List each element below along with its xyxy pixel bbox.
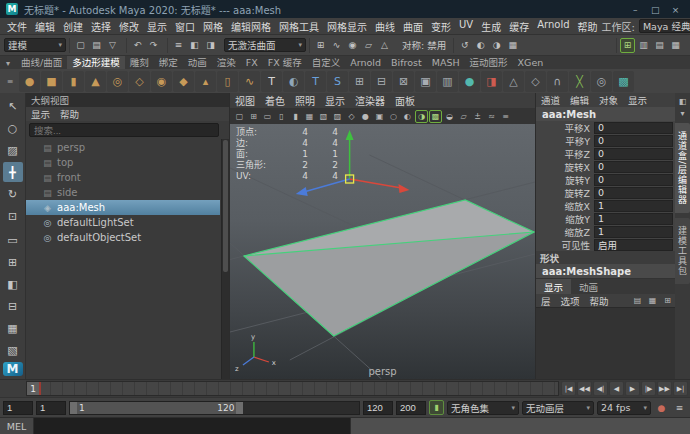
channel-value-field[interactable]: 0 (594, 135, 673, 147)
step-forward-frame-button[interactable]: ▶▶ (657, 381, 672, 396)
outliner-item-top[interactable]: ▤top (26, 155, 220, 170)
mirror-icon[interactable]: ◨ (481, 71, 502, 92)
shaded-mode-icon[interactable]: ● (359, 110, 372, 123)
channel-value-field[interactable]: 0 (594, 122, 673, 134)
resolution-gate-icon[interactable]: ▯ (275, 110, 288, 123)
wireframe-mode-icon[interactable]: ◇ (345, 110, 358, 123)
render-frame-icon[interactable]: ◐ (473, 38, 488, 53)
channelbox-menu-对象[interactable]: 对象 (594, 93, 623, 107)
plane-mesh[interactable] (244, 200, 534, 336)
shelf-tab-FX[interactable]: FX (241, 56, 263, 69)
lights-toggle-icon[interactable]: ○ (387, 110, 400, 123)
make-live-icon[interactable]: △ (377, 38, 392, 53)
shelf-tab-曲线/曲面[interactable]: 曲线/曲面 (16, 56, 67, 69)
scrollbar-thumb[interactable] (223, 140, 228, 272)
play-backwards-button[interactable]: ◀ (609, 381, 624, 396)
attribute-editor-toggle[interactable]: ▥ (636, 38, 651, 53)
layer-tab-动画[interactable]: 动画 (571, 279, 606, 294)
playback-end-field[interactable] (363, 401, 393, 415)
sphere-projection-icon[interactable]: ◐ (283, 71, 304, 92)
new-layer-from-selected-icon[interactable]: ⊞ (661, 294, 674, 307)
shelf-tab-MASH[interactable]: MASH (427, 56, 465, 69)
layer-menu-层[interactable]: 层 (536, 294, 556, 308)
menu-UV[interactable]: UV (455, 19, 477, 34)
mel-language-button[interactable]: MEL (0, 418, 34, 434)
select-hierarchy-icon[interactable]: ≡ (171, 38, 186, 53)
menu-set-combo[interactable]: 建模 ▾ (4, 38, 66, 52)
menu-编辑网格[interactable]: 编辑网格 (227, 19, 275, 34)
poly-disc-icon[interactable]: ◉ (151, 71, 172, 92)
menu-曲线[interactable]: 曲线 (371, 19, 399, 34)
go-to-start-button[interactable]: |◀ (561, 381, 576, 396)
shelf-tab-雕刻[interactable]: 雕刻 (125, 56, 154, 69)
open-scene-icon[interactable]: ▤ (89, 38, 104, 53)
menu-选择[interactable]: 选择 (87, 19, 115, 34)
menu-显示[interactable]: 显示 (143, 19, 171, 34)
poly-plane-icon[interactable]: ◇ (129, 71, 150, 92)
isolate-select-icon[interactable]: ▱ (457, 110, 470, 123)
viewport-menu-视图[interactable]: 视图 (230, 93, 260, 108)
panel-menu-icon[interactable]: ▾ (677, 107, 689, 119)
outliner-item-defaultObjectSet[interactable]: ◎defaultObjectSet (26, 230, 220, 245)
rotate-tool[interactable]: ↻ (3, 184, 23, 204)
lattice-icon[interactable]: ▩ (613, 71, 634, 92)
redo-icon[interactable]: ↷ (146, 38, 161, 53)
mel-command-input[interactable] (34, 418, 350, 434)
viewport-menu-渲染器[interactable]: 渲染器 (350, 93, 390, 108)
channel-value-field[interactable]: 0 (594, 174, 673, 186)
lasso-tool[interactable]: ○ (3, 118, 23, 138)
menu-缓存[interactable]: 缓存 (505, 19, 533, 34)
shapes-section-header[interactable]: 形状 (536, 251, 675, 264)
shelf-tab-XGen[interactable]: XGen (513, 56, 549, 69)
shelf-tab-绑定[interactable]: 绑定 (154, 56, 183, 69)
shelf-tab-Bifrost[interactable]: Bifrost (386, 56, 427, 69)
outliner-scrollbar[interactable] (221, 139, 229, 379)
poly-helix-icon[interactable]: ∿ (239, 71, 260, 92)
snap-plane-icon[interactable]: ▱ (361, 38, 376, 53)
layer-menu-选项[interactable]: 选项 (556, 294, 585, 308)
menu-曲面[interactable]: 曲面 (399, 19, 427, 34)
single-pane-layout[interactable]: ▭ (3, 230, 23, 250)
outliner-item-persp[interactable]: ▤persp (26, 140, 220, 155)
extrude-icon[interactable]: △ (503, 71, 524, 92)
minimize-button[interactable]: – (627, 5, 644, 15)
target-weld-icon[interactable]: ◎ (591, 71, 612, 92)
ao-toggle-icon[interactable]: ◑ (415, 110, 428, 123)
persp-graph-layout[interactable]: ⊟ (3, 296, 23, 316)
outliner-item-front[interactable]: ▤front (26, 170, 220, 185)
bevel-icon[interactable]: ◇ (525, 71, 546, 92)
layer-list[interactable] (536, 307, 675, 379)
close-button[interactable]: × (667, 5, 684, 15)
paint-select-tool[interactable]: ▨ (3, 140, 23, 160)
side-tab-建模工具包[interactable]: 建模工具包 (675, 218, 690, 284)
maximize-button[interactable]: □ (647, 5, 664, 15)
viewport-canvas[interactable]: x y z 顶点:44边:44面:11三角形:22UV:44 persp (230, 124, 535, 379)
new-empty-layer-icon[interactable]: ▦ (646, 294, 659, 307)
combine-icon[interactable]: ▣ (415, 71, 436, 92)
channel-value-field[interactable]: 1 (594, 226, 673, 238)
safe-action-icon[interactable]: ▧ (317, 110, 330, 123)
menu-网格工具[interactable]: 网格工具 (275, 19, 323, 34)
shadows-toggle-icon[interactable]: ◐ (401, 110, 414, 123)
film-gate-icon[interactable]: ▭ (261, 110, 274, 123)
poly-platonic-icon[interactable]: ◆ (173, 71, 194, 92)
snap-point-icon[interactable]: ◉ (345, 38, 360, 53)
animation-preferences-icon[interactable]: ≡ (672, 400, 687, 415)
shelf-tab-动画[interactable]: 动画 (183, 56, 212, 69)
playback-start-field[interactable] (36, 401, 66, 415)
field-chart-icon[interactable]: ▦ (303, 110, 316, 123)
gate-mask-icon[interactable]: ▮ (289, 110, 302, 123)
xray-toggle-icon[interactable]: ◒ (443, 110, 456, 123)
viewport-menu-着色[interactable]: 着色 (260, 93, 290, 108)
outliner-item-side[interactable]: ▤side (26, 185, 220, 200)
safe-title-icon[interactable]: ▨ (331, 110, 344, 123)
boolean-intersect-icon[interactable]: ⊠ (393, 71, 414, 92)
snap-grid-icon[interactable]: ⊞ (313, 38, 328, 53)
select-tool[interactable]: ↖ (3, 96, 23, 116)
menu-网格显示[interactable]: 网格显示 (323, 19, 371, 34)
poly-pyramid-icon[interactable]: ▴ (195, 71, 216, 92)
poly-cube-icon[interactable]: ■ (41, 71, 62, 92)
move-tool[interactable]: ╋ (3, 162, 23, 182)
channel-value-field[interactable]: 0 (594, 148, 673, 160)
shelf-tab-多边形建模[interactable]: 多边形建模 (67, 56, 125, 69)
